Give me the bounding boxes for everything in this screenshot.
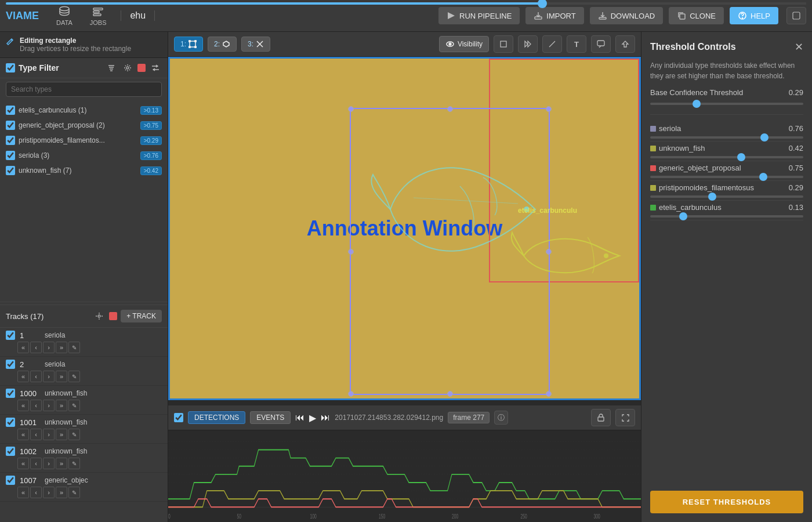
- type-threshold-slider[interactable]: [650, 136, 803, 139]
- track-next[interactable]: ›: [43, 342, 55, 353]
- type-item-checkbox[interactable]: [6, 121, 15, 130]
- import-btn[interactable]: IMPORT: [525, 7, 583, 24]
- detections-btn[interactable]: DETECTIONS: [188, 411, 245, 424]
- type-item-checkbox[interactable]: [6, 151, 15, 160]
- track-next[interactable]: ›: [43, 487, 55, 498]
- track-edit[interactable]: ✎: [68, 342, 80, 353]
- type-threshold-slider[interactable]: [650, 195, 803, 198]
- track-skip-end[interactable]: »: [56, 400, 67, 411]
- handle-br[interactable]: [546, 391, 552, 397]
- svg-point-13: [189, 41, 191, 42]
- type-item-checkbox[interactable]: [6, 106, 15, 115]
- handle-bl[interactable]: [348, 391, 354, 397]
- polygon-tool-btn[interactable]: 2:: [208, 37, 237, 52]
- play-btn[interactable]: ▶: [309, 412, 316, 423]
- track-skip-start[interactable]: «: [17, 400, 29, 411]
- search-types-input[interactable]: [6, 82, 162, 97]
- track-checkbox[interactable]: [6, 389, 15, 398]
- track-edit[interactable]: ✎: [68, 371, 80, 382]
- skip-end-btn[interactable]: ⏭: [321, 412, 330, 423]
- annotation-canvas[interactable]: Annotation Window: [168, 57, 641, 400]
- jobs-nav-btn[interactable]: JOBS: [84, 3, 113, 28]
- data-nav-btn[interactable]: DATA: [50, 3, 78, 28]
- track-edit[interactable]: ✎: [68, 458, 80, 469]
- settings-type-btn[interactable]: [121, 63, 134, 73]
- help-btn[interactable]: HELP: [730, 7, 778, 24]
- add-track-btn[interactable]: + TRACK: [121, 310, 162, 322]
- type-list-item[interactable]: etelis_carbunculus (1) >0.13: [0, 103, 168, 118]
- type-list-item[interactable]: pristipomoides_filamentos... >0.29: [0, 133, 168, 148]
- track-prev[interactable]: ‹: [30, 342, 42, 353]
- track-checkbox[interactable]: [6, 418, 15, 427]
- type-threshold-section: etelis_carbunculus 0.13: [650, 203, 803, 217]
- track-skip-end[interactable]: »: [56, 458, 67, 469]
- type-threshold-slider[interactable]: [650, 156, 803, 158]
- handle-tc[interactable]: [447, 106, 453, 112]
- swap-btn[interactable]: [149, 63, 162, 73]
- type-list-item[interactable]: generic_object_proposal (2) >0.75: [0, 118, 168, 133]
- base-threshold-slider[interactable]: [650, 103, 803, 105]
- track-prev[interactable]: ‹: [30, 458, 42, 469]
- track-skip-end[interactable]: »: [56, 487, 67, 498]
- events-btn[interactable]: EVENTS: [250, 411, 291, 424]
- track-skip-end[interactable]: »: [56, 371, 67, 382]
- track-prev[interactable]: ‹: [30, 400, 42, 411]
- track-checkbox[interactable]: [6, 331, 15, 340]
- type-threshold-slider[interactable]: [650, 176, 803, 178]
- reset-thresholds-btn[interactable]: RESET THRESHOLDS: [650, 491, 803, 513]
- track-prev[interactable]: ‹: [30, 371, 42, 382]
- run-pipeline-btn[interactable]: RUN PIPELINE: [438, 7, 520, 24]
- track-skip-end[interactable]: »: [56, 429, 67, 440]
- type-list-item[interactable]: unknown_fish (7) >0.42: [0, 163, 168, 178]
- download-btn[interactable]: DOWNLOAD: [590, 7, 664, 24]
- type-list-item[interactable]: seriola (3) >0.76: [0, 148, 168, 163]
- info-btn[interactable]: ⓘ: [494, 411, 508, 425]
- track-next[interactable]: ›: [43, 429, 55, 440]
- track-skip-start[interactable]: «: [17, 342, 29, 353]
- skip-start-btn[interactable]: ⏮: [295, 412, 304, 423]
- line-tool-btn[interactable]: [542, 35, 562, 53]
- point-tool-btn[interactable]: 3:: [241, 37, 270, 52]
- merge-tool-btn[interactable]: [518, 35, 538, 53]
- track-skip-start[interactable]: «: [17, 487, 29, 498]
- track-edit[interactable]: ✎: [68, 400, 80, 411]
- visibility-btn[interactable]: Visibility: [439, 36, 489, 52]
- track-checkbox[interactable]: [6, 447, 15, 456]
- track-next[interactable]: ›: [43, 400, 55, 411]
- handle-tr[interactable]: [546, 106, 552, 112]
- clone-btn[interactable]: CLONE: [669, 7, 724, 24]
- handle-tl[interactable]: [348, 106, 354, 112]
- settings-top-btn[interactable]: [786, 7, 806, 24]
- type-item-checkbox[interactable]: [6, 166, 15, 175]
- track-checkbox[interactable]: [6, 476, 15, 485]
- track-checkbox[interactable]: [6, 360, 15, 369]
- handle-bc[interactable]: [447, 391, 453, 397]
- rect-tool-btn[interactable]: 1:: [174, 37, 203, 52]
- track-next[interactable]: ›: [43, 371, 55, 382]
- track-edit[interactable]: ✎: [68, 487, 80, 498]
- type-filter-checkbox[interactable]: [6, 63, 15, 72]
- comment-tool-btn[interactable]: [591, 35, 611, 53]
- track-prev[interactable]: ‹: [30, 429, 42, 440]
- track-skip-start[interactable]: «: [17, 458, 29, 469]
- fullscreen-btn[interactable]: [615, 409, 635, 426]
- lock-btn[interactable]: [591, 409, 611, 426]
- track-edit[interactable]: ✎: [68, 429, 80, 440]
- type-threshold-slider[interactable]: [650, 215, 803, 217]
- handle-ml[interactable]: [348, 249, 354, 255]
- threshold-close-btn[interactable]: ✕: [795, 41, 803, 53]
- track-skip-start[interactable]: «: [17, 371, 29, 382]
- select-tool-btn[interactable]: [494, 35, 513, 53]
- tracks-settings-btn[interactable]: [93, 311, 106, 321]
- type-item-checkbox[interactable]: [6, 136, 15, 145]
- track-skip-start[interactable]: «: [17, 429, 29, 440]
- track-next[interactable]: ›: [43, 458, 55, 469]
- text-tool-btn[interactable]: T: [567, 35, 586, 53]
- track-skip-end[interactable]: »: [56, 342, 67, 353]
- track-id: 1001: [20, 418, 40, 427]
- arrow-tool-btn[interactable]: [615, 35, 635, 53]
- sort-btn[interactable]: [105, 63, 118, 73]
- playback-checkbox[interactable]: [174, 413, 183, 422]
- track-label: unknown_fish: [45, 447, 162, 455]
- track-prev[interactable]: ‹: [30, 487, 42, 498]
